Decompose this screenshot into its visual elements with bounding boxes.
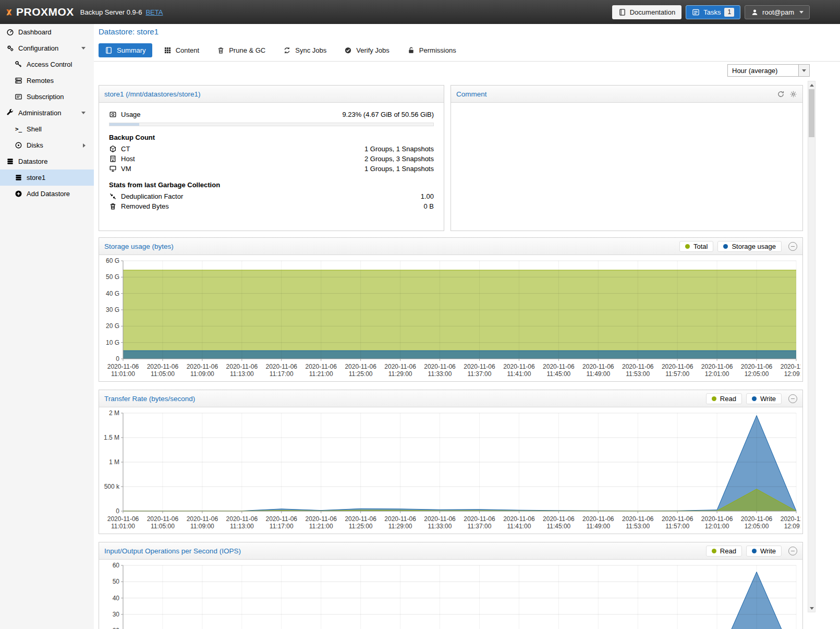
svg-text:50 G: 50 G [106, 273, 119, 281]
task-list-icon [692, 8, 700, 16]
server-icon [15, 77, 22, 84]
svg-text:40: 40 [113, 595, 120, 602]
tab-verify-jobs[interactable]: Verify Jobs [338, 43, 396, 57]
svg-text:20: 20 [113, 627, 120, 629]
vertical-scrollbar[interactable] [808, 81, 815, 612]
sidebar-item-dashboard[interactable]: Dashboard [0, 24, 94, 40]
sidebar-item-store1[interactable]: store1 [0, 170, 94, 186]
svg-text:11:25:00: 11:25:00 [349, 523, 373, 530]
svg-text:11:21:00: 11:21:00 [309, 523, 333, 530]
svg-text:2020-11-06: 2020-11-06 [464, 363, 495, 370]
collapse-icon[interactable] [788, 394, 797, 403]
unlock-icon [407, 46, 415, 54]
proxmox-logo-icon [5, 8, 13, 16]
svg-text:11:57:00: 11:57:00 [665, 523, 689, 530]
legend-label: Write [760, 547, 776, 555]
user-menu-label: root@pam [762, 8, 794, 16]
sidebar-item-disks[interactable]: Disks [0, 137, 94, 153]
svg-text:2020-11-06: 2020-11-06 [503, 515, 535, 523]
expander-down-icon[interactable] [81, 47, 86, 50]
sidebar-item-subscription[interactable]: Subscription [0, 89, 94, 105]
scroll-up-arrow[interactable] [808, 81, 815, 89]
dropdown-trigger[interactable] [798, 65, 809, 76]
legend-item-write[interactable]: Write [746, 393, 782, 404]
scrollbar-thumb[interactable] [809, 89, 814, 137]
reload-icon[interactable] [777, 90, 785, 98]
svg-text:11:13:00: 11:13:00 [230, 523, 254, 530]
tab-label: Prune & GC [229, 46, 265, 54]
legend-item-read[interactable]: Read [706, 393, 742, 404]
main-content: Datastore: store1 Summary Content Prune … [94, 24, 840, 629]
backup-row-value: 1 Groups, 1 Snapshots [364, 165, 434, 173]
svg-text:2020-11-06: 2020-11-06 [345, 515, 376, 523]
iops-panel: Input/Output Operations per Second (IOPS… [99, 542, 803, 629]
book-icon [105, 46, 113, 54]
key-icon [15, 61, 22, 68]
svg-text:2020-11-06: 2020-11-06 [384, 515, 416, 523]
svg-text:11:01:00: 11:01:00 [111, 370, 135, 378]
svg-text:1 M: 1 M [109, 458, 119, 466]
chart-title: Storage usage (bytes) [104, 243, 174, 250]
tab-content[interactable]: Content [157, 43, 206, 57]
storage-usage-panel: Storage usage (bytes) TotalStorage usage… [99, 237, 803, 382]
expander-right-icon[interactable] [83, 143, 86, 148]
sidebar-item-configuration[interactable]: Configuration [0, 40, 94, 56]
svg-text:2020-11-06: 2020-11-06 [582, 363, 614, 370]
user-menu-button[interactable]: root@pam [745, 5, 810, 19]
legend-dot-icon [712, 396, 716, 401]
legend-label: Read [720, 395, 736, 403]
svg-text:12:05:00: 12:05:00 [745, 523, 769, 530]
sidebar-item-administration[interactable]: Administration [0, 105, 94, 121]
sidebar-item-datastore[interactable]: Datastore [0, 153, 94, 170]
backup-row-label: CT [121, 145, 130, 153]
svg-text:11:49:00: 11:49:00 [586, 370, 610, 378]
proxmox-logo[interactable]: PROXMOX [5, 6, 74, 18]
svg-text:2 M: 2 M [109, 409, 119, 417]
plus-circle-icon [15, 190, 22, 198]
brand-text: PROXMOX [16, 6, 74, 18]
svg-text:11:05:00: 11:05:00 [151, 370, 175, 378]
sidebar-item-label: store1 [27, 174, 45, 182]
tab-permissions[interactable]: Permissions [401, 43, 462, 57]
collapse-icon[interactable] [788, 547, 797, 555]
svg-text:11:17:00: 11:17:00 [270, 370, 294, 378]
check-circle-icon [344, 46, 352, 54]
topbar-actions: Documentation Tasks 1 root@pam [612, 5, 810, 19]
book-icon [618, 8, 626, 16]
beta-link[interactable]: BETA [145, 8, 163, 16]
expander-down-icon[interactable] [81, 112, 86, 114]
sidebar-item-shell[interactable]: >_ Shell [0, 121, 94, 137]
svg-text:60 G: 60 G [106, 257, 119, 264]
legend-item-read[interactable]: Read [706, 546, 742, 557]
transfer-rate-panel: Transfer Rate (bytes/second) ReadWrite 0… [99, 390, 803, 534]
timeframe-select[interactable]: Hour (average) [727, 64, 810, 77]
tasks-button[interactable]: Tasks 1 [686, 5, 740, 19]
legend-item-write[interactable]: Write [746, 546, 782, 557]
legend-item-total[interactable]: Total [679, 241, 713, 252]
svg-text:2020-11-06: 2020-11-06 [107, 363, 139, 370]
tab-sync-jobs[interactable]: Sync Jobs [277, 43, 333, 57]
sidebar-item-remotes[interactable]: Remotes [0, 72, 94, 89]
usage-progress-bar [109, 123, 434, 126]
svg-text:11:17:00: 11:17:00 [270, 523, 294, 530]
svg-text:2020-11-06: 2020-11-06 [622, 363, 654, 370]
gear-icon[interactable] [789, 90, 797, 98]
tab-summary[interactable]: Summary [99, 43, 152, 57]
documentation-button[interactable]: Documentation [612, 5, 681, 19]
svg-text:12:01:00: 12:01:00 [705, 523, 729, 530]
collapse-icon[interactable] [788, 242, 797, 251]
svg-text:11:53:00: 11:53:00 [626, 370, 650, 378]
tab-prune-gc[interactable]: Prune & GC [211, 43, 272, 57]
svg-text:11:33:00: 11:33:00 [428, 523, 452, 530]
sidebar-item-add-datastore[interactable]: Add Datastore [0, 186, 94, 202]
chevron-down-icon [799, 11, 804, 14]
svg-text:11:33:00: 11:33:00 [428, 370, 452, 378]
gc-stats-heading: Stats from last Garbage Collection [109, 181, 434, 189]
scroll-down-arrow[interactable] [808, 604, 815, 612]
svg-text:30 G: 30 G [106, 306, 119, 313]
legend-item-storage-usage[interactable]: Storage usage [717, 241, 782, 252]
toolbar-separator [94, 61, 840, 62]
comment-body[interactable] [451, 103, 802, 110]
sidebar-item-access-control[interactable]: Access Control [0, 56, 94, 72]
sidebar-item-label: Administration [18, 109, 61, 117]
